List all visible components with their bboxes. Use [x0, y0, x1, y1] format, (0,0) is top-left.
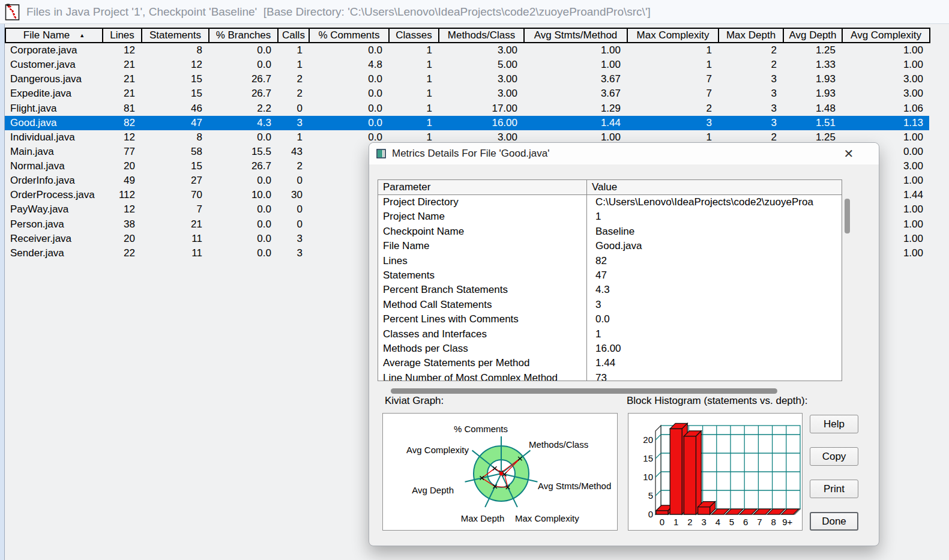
metric-cell: 1 [388, 58, 438, 72]
svg-text:5: 5 [729, 517, 734, 527]
svg-text:5: 5 [648, 490, 653, 501]
param-row[interactable]: Lines82 [378, 254, 842, 268]
metric-cell: 1 [388, 101, 438, 116]
param-value: 0.0 [595, 312, 840, 327]
column-header-avg-complexity[interactable]: Avg Complexity [842, 28, 930, 43]
column-header-classes[interactable]: Classes [388, 28, 439, 43]
metric-cell: 15 [141, 72, 208, 86]
metric-cell: 3.00 [842, 86, 929, 101]
svg-text:20: 20 [643, 435, 653, 445]
source-monitor-window: Files in Java Project '1', Checkpoint 'B… [0, 0, 949, 560]
close-icon[interactable]: ✕ [840, 146, 857, 161]
param-row[interactable]: Classes and Interfaces1 [378, 327, 842, 342]
metric-cell: 4.8 [309, 58, 388, 72]
column-header-file-name[interactable]: File Name▲ [5, 28, 103, 43]
param-row[interactable]: Method Call Statements3 [378, 298, 842, 312]
metric-cell: 1 [277, 58, 309, 72]
vertical-scrollbar-thumb[interactable] [845, 199, 850, 233]
column-header-avg-depth[interactable]: Avg Depth [783, 28, 843, 43]
metric-cell: 20 [102, 232, 141, 246]
param-row[interactable]: Percent Lines with Comments0.0 [378, 312, 842, 327]
param-row[interactable]: Checkpoint NameBaseline [378, 224, 842, 239]
param-name: Average Statements per Method [383, 356, 582, 370]
column-header-lines[interactable]: Lines [102, 28, 142, 43]
column-header-label: Methods/Class [448, 29, 515, 41]
column-header-calls[interactable]: Calls [277, 28, 310, 43]
params-vertical-scrollbar[interactable] [845, 196, 850, 380]
param-row[interactable]: Statements47 [378, 268, 842, 283]
metric-cell: 17.00 [438, 101, 523, 116]
column-header-statements[interactable]: Statements [141, 28, 209, 43]
file-row-corporate-java[interactable]: Corporate.java1280.010.013.001.00121.251… [5, 43, 929, 58]
metric-cell: 20 [102, 159, 141, 173]
done-button[interactable]: Done [810, 512, 858, 531]
file-row-flight-java[interactable]: Flight.java81462.200.0117.001.29231.481.… [5, 101, 929, 116]
params-table-header: Parameter Value [378, 180, 842, 195]
params-horizontal-scrollbar[interactable] [390, 388, 861, 394]
svg-text:7: 7 [757, 517, 762, 527]
copy-button[interactable]: Copy [810, 447, 858, 466]
param-row[interactable]: Project Name1 [378, 209, 842, 224]
file-row-good-java[interactable]: Good.java82474.330.0116.001.44331.511.13 [5, 116, 929, 130]
svg-text:% Comments: % Comments [454, 424, 508, 434]
column-header-avg-stmts-method[interactable]: Avg Stmts/Method [523, 28, 628, 43]
column-header-methods-class[interactable]: Methods/Class [438, 28, 525, 43]
metric-cell: 1 [277, 43, 309, 58]
metric-cell: 46 [141, 101, 208, 116]
histogram-label: Block Histogram (statements vs. depth): [627, 395, 807, 407]
window-titlebar: Files in Java Project '1', Checkpoint 'B… [0, 0, 949, 24]
svg-text:6: 6 [743, 517, 748, 527]
metric-cell: 77 [102, 145, 141, 159]
metric-cell: 11 [141, 246, 208, 260]
metric-cell: 12 [102, 130, 141, 145]
param-row[interactable]: Project DirectoryC:\Users\Lenovo\IdeaPro… [378, 195, 842, 209]
metric-cell: 81 [102, 101, 141, 116]
metric-cell: 2.2 [208, 101, 277, 116]
metrics-details-dialog: Metrics Details For File 'Good.java' ✕ P… [369, 142, 879, 546]
metric-cell: 1.00 [523, 58, 627, 72]
metric-cell: 0.0 [208, 173, 277, 188]
file-name-cell: Good.java [5, 116, 102, 130]
param-row[interactable]: Line Number of Most Complex Method73 [378, 371, 842, 381]
kiviat-chart-box: % CommentsMethods/ClassAvg Stmts/MethodM… [382, 413, 618, 531]
metric-cell: 3.67 [523, 72, 627, 86]
help-button[interactable]: Help [810, 415, 858, 433]
param-row[interactable]: Percent Branch Statements4.3 [378, 283, 842, 297]
metric-cell: 58 [141, 145, 208, 159]
metric-cell: 1.06 [842, 101, 929, 116]
column-header--branches[interactable]: % Branches [208, 28, 279, 43]
horizontal-scrollbar-thumb[interactable] [391, 388, 777, 394]
file-row-dangerous-java[interactable]: Dangerous.java211526.720.013.003.67731.9… [5, 72, 929, 86]
metric-cell: 2 [277, 86, 309, 101]
param-value: 47 [595, 268, 840, 283]
metric-cell: 3.00 [842, 72, 929, 86]
param-value: 1 [595, 327, 840, 342]
metric-cell: 1.29 [523, 101, 627, 116]
metric-cell: 7 [627, 86, 718, 101]
column-header-value[interactable]: Value [592, 180, 617, 194]
metric-cell: 8 [141, 130, 208, 145]
column-header-max-depth[interactable]: Max Depth [718, 28, 784, 43]
svg-text:9+: 9+ [782, 517, 792, 527]
param-row[interactable]: Average Statements per Method1.44 [378, 356, 842, 370]
metric-cell: 12 [102, 43, 141, 58]
print-button[interactable]: Print [810, 480, 858, 498]
histogram-chart-box: 051015200123456789+ [628, 413, 803, 531]
metric-cell: 1 [388, 72, 438, 86]
metric-cell: 5.00 [438, 58, 523, 72]
column-header-label: Max Depth [726, 29, 776, 41]
file-row-customer-java[interactable]: Customer.java21120.014.815.001.00121.331… [5, 58, 929, 72]
metric-cell: 1.00 [842, 58, 929, 72]
column-header-max-complexity[interactable]: Max Complexity [627, 28, 719, 43]
metric-cell: 3.00 [438, 86, 523, 101]
file-row-expedite-java[interactable]: Expedite.java211526.720.013.003.67731.93… [5, 86, 929, 101]
column-header-parameter[interactable]: Parameter [383, 180, 430, 194]
svg-text:0: 0 [660, 517, 664, 527]
metric-cell: 38 [102, 217, 141, 232]
param-row[interactable]: File NameGood.java [378, 239, 842, 253]
svg-text:Max Complexity: Max Complexity [515, 513, 579, 523]
svg-text:15: 15 [643, 453, 653, 463]
column-header--comments[interactable]: % Comments [309, 28, 390, 43]
param-row[interactable]: Methods per Class16.00 [378, 342, 842, 356]
svg-text:0: 0 [648, 509, 653, 519]
